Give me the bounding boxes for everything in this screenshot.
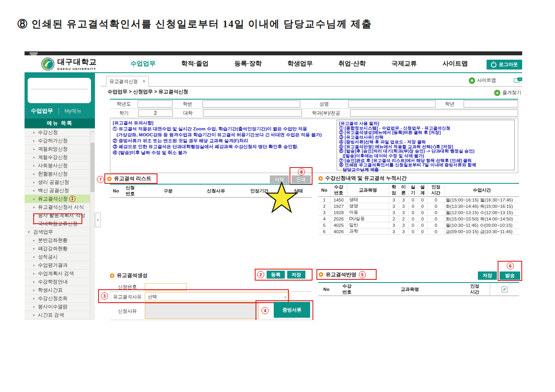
sidebar-menu: ▸수강신청 ▸수강허가신청 ▸계절희망신청 ▸계절수강신청 ▸사회봉사신청 ▸헌…	[25, 128, 95, 320]
menu-arrow-icon: ▸	[33, 278, 35, 286]
sidebar-item[interactable]: ▸수업평가결과	[25, 261, 95, 270]
select-all-checkbox[interactable]: ✓	[502, 286, 508, 292]
sidebar-item[interactable]: ▸수강신청	[25, 128, 95, 137]
create-save-button[interactable]: 저장	[287, 271, 305, 279]
register-button[interactable]: 등록	[267, 271, 285, 279]
nav-career[interactable]: 취업·산학	[339, 60, 366, 68]
menu-arrow-icon: ▸	[33, 294, 35, 302]
sidebar-item[interactable]: ▸분반강좌현황	[25, 236, 95, 245]
attach-docs-button[interactable]: 증빙서류	[274, 302, 310, 318]
col-apply-no: 신청 번호	[122, 184, 138, 198]
sidebar-item[interactable]: ▸사회봉사신청	[25, 162, 95, 170]
annotation-badge-8: 8	[298, 168, 305, 175]
sidebar-item[interactable]: ▸학생시간표	[25, 286, 95, 294]
sidebar-item[interactable]: ▸시간표 검색	[25, 311, 95, 319]
sidebar-item[interactable]: ▸봉사 활동계획서 작성	[25, 211, 95, 220]
section-bullet-icon	[319, 272, 323, 277]
sidebar-item[interactable]: ▸생리 공결신청	[25, 178, 95, 187]
grade-input[interactable]	[464, 100, 518, 107]
menu-arrow-icon: ▸	[33, 286, 35, 294]
sidebar-tab-mymenu[interactable]: My메뉴	[64, 107, 81, 115]
sidebar-section-search[interactable]: ∨검색업무	[25, 228, 95, 236]
notice-caution: [유고결석 유의사항] ① 유고결석 적용은 대면수업 및 실시간 Zoom 수…	[113, 120, 334, 156]
sidebar-item[interactable]: ▸봉사이수열람	[25, 303, 95, 311]
nav-international[interactable]: 국제교류	[392, 60, 417, 68]
course-row[interactable]: 42026 DU실용 22 00 0화(15:00~15:50) 목(14:00…	[318, 216, 519, 222]
app-header: 대구대학교 DAEGU UNIVERSITY 수업업무 학적·졸업 등록·장학 …	[25, 55, 522, 72]
sitemap-shortcut[interactable]: ▦ 사이트맵	[469, 77, 496, 84]
nav-records[interactable]: 학적·졸업	[181, 60, 208, 68]
menu-arrow-icon: ▸	[33, 187, 35, 194]
dept-input[interactable]	[350, 109, 518, 117]
sidebar-tab-classwork[interactable]: 수업업무	[31, 107, 53, 115]
favorite-shortcut[interactable]: ★ 즐겨찾기	[494, 89, 521, 96]
sidebar-item[interactable]: ▸헌혈봉사신청	[25, 170, 95, 178]
sidebar-item[interactable]: ▸계절희망신청	[25, 145, 95, 153]
college-input[interactable]	[203, 109, 302, 117]
detail-reason-textarea[interactable]	[145, 303, 259, 319]
scrollbar-thumb[interactable]	[91, 143, 95, 192]
sidebar-item[interactable]: ▸국내학점교류신청	[25, 220, 95, 228]
header-divider	[25, 72, 522, 73]
nav-classwork[interactable]: 수업업무	[130, 60, 155, 68]
tabstrip-divider	[101, 86, 522, 87]
col-reason: 신청사유	[198, 184, 234, 198]
sidebar-item[interactable]: ▸수강신청조회	[25, 294, 95, 303]
sidebar-item[interactable]: ▸폐강강좌현황	[25, 245, 95, 253]
send-button[interactable]: 발송	[500, 271, 520, 280]
detail-reason-label: 신청사유	[110, 303, 145, 319]
nav-sitemap[interactable]: 사이트맵	[443, 60, 468, 68]
year-input[interactable]	[138, 100, 172, 107]
course-row[interactable]: 21927 생명 33 00 0화(13:30~14:45) 목(15:00~1…	[318, 203, 519, 209]
breadcrumb: 수업업무 > 신청업무 > 유고결석신청	[108, 89, 188, 95]
create-title: 유고결석생성	[117, 272, 148, 279]
menu-arrow-icon: ▸	[33, 311, 35, 319]
course-row[interactable]: 54025 일반 33 00 0월(10:30~11:45) 수(09:00~1…	[318, 222, 519, 228]
university-logo: 대구대학교 DAEGU UNIVERSITY	[41, 57, 97, 71]
logout-button[interactable]: 로그아웃	[487, 60, 522, 70]
menu-arrow-icon: ▸	[33, 128, 35, 136]
course-row[interactable]: 31928 아동 33 00 0월(12:00~13:15) 수(12:00~1…	[318, 209, 519, 216]
section-bullet-icon	[318, 176, 323, 181]
course-row[interactable]: 11450 생태 33 00 0월(15:00~16:15) 월(16:30~1…	[318, 197, 519, 203]
absence-list-title: 유고결석 리스트	[114, 175, 152, 182]
applyno-input[interactable]	[145, 283, 187, 290]
sidebar-item[interactable]: ▸수업계획서 검색	[25, 270, 95, 278]
window-top-strip	[25, 51, 522, 55]
studentno-input[interactable]	[203, 100, 300, 107]
sidebar-item[interactable]: ▸유고결석신청서 서식	[25, 203, 95, 211]
student-info-form: 학년도 학번 성명 학년 학기 대학 학과(부)/전공	[110, 99, 518, 118]
name-input[interactable]	[348, 100, 436, 107]
sidebar-item[interactable]: ▸계절수강신청	[25, 153, 95, 162]
term-input[interactable]	[138, 109, 173, 117]
annotation-badge-3: 3	[101, 292, 108, 300]
sidebar-item[interactable]: ▸수강학점안내	[25, 278, 95, 286]
courses-title-row: 수강신청내역 및 유고결석 누적시간	[318, 175, 407, 182]
name-label: 성명	[300, 101, 348, 107]
tab-absence-apply[interactable]: 유고결석신청 ×	[106, 76, 149, 87]
nav-student[interactable]: 학생업무	[288, 60, 313, 68]
menu-arrow-icon: ▸	[33, 153, 35, 161]
window-switch-icon[interactable]: ×	[514, 77, 522, 83]
scroll-up-icon[interactable]: ︿	[90, 128, 95, 134]
apply-table: No 수강 번호 교과목명 인정 시간 ✓	[318, 282, 519, 296]
sidebar-item[interactable]: ▸성적공시	[25, 253, 95, 261]
menu-arrow-icon: ▸	[33, 162, 35, 170]
sidebar-item[interactable]: ▸교과목개요(교과)	[25, 319, 95, 320]
nav-registration[interactable]: 등록·장학	[234, 60, 261, 68]
reason-type-select[interactable]: 선택 ∨	[145, 292, 290, 301]
course-row[interactable]: 64026 과학 33 00 0금(09:00~10:15) 금(10:30~1…	[318, 228, 519, 235]
sidebar-item-absence-apply[interactable]: ▸유고결석신청1	[25, 195, 95, 203]
main-nav: 수업업무 학적·졸업 등록·장학 학생업무 취업·산학 국제교류 사이트맵	[117, 55, 481, 72]
sidebar-item[interactable]: ▸수강허가신청	[25, 137, 95, 145]
sidebar-scrollbar[interactable]: ︿	[90, 128, 95, 320]
logo-title: 대구대학교	[57, 57, 97, 67]
menu-arrow-icon: ▸	[33, 261, 35, 269]
menu-arrow-icon: ▸	[33, 203, 35, 211]
close-icon[interactable]: ×	[142, 79, 145, 84]
apply-save-button[interactable]: 저장	[478, 271, 497, 280]
section-bullet-icon	[110, 273, 114, 278]
applyno-label: 신청번호	[110, 284, 145, 290]
sidebar-collapse-handle[interactable]: <	[95, 213, 101, 227]
sidebar-item[interactable]: ▸백신 공결신청	[25, 187, 95, 195]
